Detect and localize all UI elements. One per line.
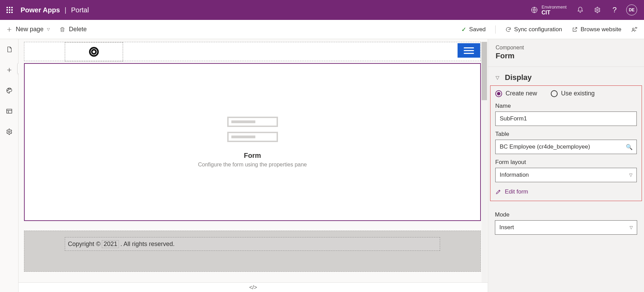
nav-toggle-button[interactable]: [458, 43, 480, 58]
footer-text[interactable]: Copyright © 2021 . All rights reserved.: [65, 237, 440, 251]
footer-suffix: . All rights reserved.: [120, 241, 174, 248]
help-icon[interactable]: ?: [609, 4, 620, 15]
svg-rect-1: [9, 7, 10, 8]
globe-icon: [531, 6, 538, 14]
name-field-label: Name: [495, 103, 637, 109]
delete-label: Delete: [69, 26, 87, 33]
canvas-scrollbar[interactable]: [482, 42, 487, 289]
delete-button[interactable]: Delete: [59, 26, 87, 33]
svg-point-19: [92, 50, 96, 54]
svg-point-13: [7, 90, 8, 91]
svg-rect-5: [11, 9, 13, 11]
saved-label: Saved: [469, 26, 486, 33]
svg-rect-6: [7, 12, 8, 13]
table-lookup[interactable]: 🔍: [495, 140, 637, 154]
saved-status: ✓ Saved: [461, 26, 486, 33]
external-link-icon: [572, 26, 578, 33]
app-title[interactable]: Power Apps | Portal: [21, 6, 89, 14]
chevron-down-icon: ▽: [630, 225, 633, 230]
chevron-down-icon: ▽: [629, 173, 632, 177]
name-input[interactable]: [495, 112, 637, 126]
svg-point-12: [635, 27, 636, 28]
chevron-down-icon: ▽: [47, 27, 50, 32]
logo-placeholder[interactable]: [65, 42, 123, 61]
svg-point-11: [632, 28, 634, 30]
table-field-label: Table: [495, 131, 637, 138]
app-name: Power Apps: [21, 6, 60, 14]
form-placeholder-graphic: [227, 117, 278, 142]
page-header-section[interactable]: [24, 42, 481, 61]
sync-label: Sync configuration: [514, 26, 562, 33]
mode-value: Insert: [499, 224, 514, 231]
topbar: Power Apps | Portal Environment CIT ? DE: [0, 0, 644, 20]
form-layout-label: Form layout: [495, 159, 637, 166]
title-separator: |: [64, 6, 66, 14]
mode-select[interactable]: Insert ▽: [495, 220, 637, 235]
sync-button[interactable]: Sync configuration: [505, 26, 562, 33]
waffle-icon[interactable]: [3, 3, 16, 17]
edit-icon: [495, 189, 501, 195]
svg-point-10: [597, 9, 598, 11]
svg-point-14: [8, 89, 9, 90]
mode-field-label: Mode: [495, 211, 637, 218]
svg-point-15: [10, 89, 10, 90]
cmdbar-divider: [495, 25, 496, 34]
svg-rect-4: [9, 9, 10, 11]
properties-title: Form: [496, 51, 636, 60]
table-input[interactable]: [495, 140, 637, 154]
plus-icon: [6, 26, 12, 33]
app-context: Portal: [71, 6, 89, 14]
svg-rect-2: [11, 7, 13, 8]
canvas-scrollbar-thumb[interactable]: [482, 42, 487, 100]
code-icon: </>: [249, 284, 257, 291]
logo-icon: [88, 46, 100, 58]
display-section-toggle[interactable]: ▽ Display: [488, 67, 644, 85]
page-footer-section[interactable]: Copyright © 2021 . All rights reserved.: [24, 231, 481, 272]
properties-overline: Component: [496, 45, 636, 51]
command-bar: New page ▽ Delete ✓ Saved Sync configura…: [0, 20, 644, 39]
footer-year: 2021: [102, 240, 119, 248]
svg-point-17: [8, 131, 10, 133]
code-view-toggle[interactable]: </>: [19, 282, 488, 292]
rail-theme-icon[interactable]: [4, 85, 15, 96]
use-existing-radio[interactable]: Use existing: [551, 90, 595, 97]
notifications-icon[interactable]: [575, 4, 586, 15]
rail-settings-icon[interactable]: [4, 126, 15, 137]
share-icon: [631, 26, 638, 33]
share-button[interactable]: [631, 26, 638, 33]
new-page-button[interactable]: New page ▽: [6, 26, 50, 33]
rail-pages-icon[interactable]: [4, 44, 15, 55]
footer-prefix: Copyright ©: [68, 241, 100, 248]
environment-picker[interactable]: Environment CIT: [531, 4, 567, 16]
properties-pane: Component Form ▽ Display Create new Use …: [488, 39, 644, 292]
browse-website-button[interactable]: Browse website: [572, 26, 621, 33]
rail-templates-icon[interactable]: [4, 106, 15, 117]
new-page-label: New page: [16, 26, 44, 33]
svg-rect-0: [7, 7, 8, 8]
settings-icon[interactable]: [592, 4, 603, 15]
form-layout-value: Information: [500, 172, 529, 178]
user-avatar[interactable]: DE: [626, 4, 637, 15]
use-existing-label: Use existing: [561, 90, 595, 97]
edit-form-link[interactable]: Edit form: [495, 188, 637, 195]
environment-name: CIT: [542, 10, 567, 16]
rail-components-icon[interactable]: Components: [4, 65, 15, 75]
checkmark-icon: ✓: [461, 26, 466, 33]
search-icon[interactable]: 🔍: [626, 144, 633, 150]
svg-rect-8: [11, 12, 13, 13]
environment-label: Environment: [542, 4, 567, 10]
form-layout-select[interactable]: Information ▽: [495, 168, 637, 182]
create-new-label: Create new: [506, 90, 537, 97]
trash-icon: [59, 26, 65, 33]
svg-rect-16: [7, 109, 12, 113]
properties-header: Component Form: [488, 39, 644, 67]
create-new-radio[interactable]: Create new: [495, 90, 537, 97]
canvas[interactable]: Form Configure the form using the proper…: [19, 39, 644, 292]
browse-label: Browse website: [581, 26, 621, 33]
svg-rect-7: [9, 12, 10, 13]
svg-rect-3: [7, 9, 8, 11]
left-rail: Components: [0, 39, 19, 292]
form-placeholder-title: Form: [244, 152, 261, 160]
form-placeholder-subtitle: Configure the form using the properties …: [198, 162, 307, 168]
form-component-placeholder[interactable]: Form Configure the form using the proper…: [24, 63, 481, 221]
